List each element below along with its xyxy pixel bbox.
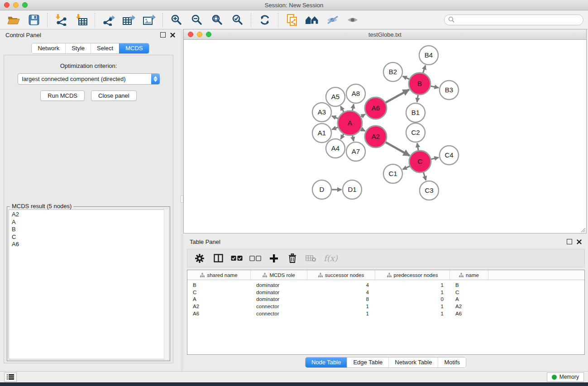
table-cell[interactable]: 1 (375, 304, 450, 309)
first-neighbors-icon[interactable] (303, 12, 321, 28)
table-cell[interactable]: 1 (375, 311, 450, 316)
node-B1[interactable]: B1 (406, 103, 425, 122)
tab-motifs[interactable]: Motifs (438, 357, 466, 367)
edge-C-C3[interactable] (423, 172, 426, 181)
memory-button[interactable]: Memory (547, 372, 584, 382)
table-cell[interactable]: 1 (375, 290, 450, 295)
tab-node-table[interactable]: Node Table (306, 357, 347, 367)
edge-A-A8[interactable] (352, 104, 354, 111)
node-A2[interactable]: A2 (365, 126, 387, 148)
criterion-dropdown[interactable]: largest connected component (directed) (18, 73, 160, 85)
edge-A-A3[interactable] (332, 116, 338, 118)
table-cell[interactable]: connector (251, 311, 307, 316)
table-cell[interactable]: 1 (307, 311, 375, 316)
table-cell[interactable]: B (450, 282, 488, 288)
node-C1[interactable]: C1 (383, 164, 402, 183)
node-B4[interactable]: B4 (419, 46, 438, 65)
column-header-name[interactable]: name (450, 270, 488, 280)
edge-C-C4[interactable] (431, 157, 439, 159)
column-header-MCDS-role[interactable]: MCDS role (251, 270, 307, 280)
table-row[interactable]: Bdominator41B (187, 281, 584, 289)
table-cell[interactable]: A2 (187, 304, 251, 309)
table-cell[interactable]: 1 (375, 282, 450, 288)
result-scrollbar[interactable] (164, 210, 168, 359)
edge-B-B2[interactable] (403, 76, 410, 79)
table-cell[interactable]: A (450, 296, 488, 302)
node-C3[interactable]: C3 (420, 181, 439, 200)
column-header-predecessor-nodes[interactable]: predecessor nodes (375, 270, 450, 280)
task-history-button[interactable] (4, 372, 17, 382)
import-network-icon[interactable] (52, 12, 70, 28)
close-window-button[interactable] (4, 2, 10, 8)
edge-B-B4[interactable] (423, 65, 425, 73)
result-item[interactable]: A (12, 219, 168, 226)
add-column-icon[interactable] (268, 252, 280, 265)
zoom-window-button[interactable] (22, 2, 28, 8)
table-cell[interactable]: A (187, 296, 251, 302)
zoom-out-icon[interactable] (188, 12, 206, 28)
zoom-fit-icon[interactable] (208, 12, 226, 28)
node-A5[interactable]: A5 (326, 87, 345, 106)
result-item[interactable]: A6 (12, 241, 168, 248)
mcds-result-list[interactable]: A2ABCA6 (9, 210, 168, 359)
node-B[interactable]: B (409, 73, 430, 95)
table-cell[interactable]: connector (251, 304, 307, 309)
zoom-selected-icon[interactable] (229, 12, 247, 28)
net-close-button[interactable] (188, 32, 193, 37)
node-A1[interactable]: A1 (312, 124, 331, 143)
table-cell[interactable]: 4 (307, 290, 375, 295)
table-row[interactable]: Cdominator41C (187, 289, 584, 296)
node-A3[interactable]: A3 (312, 103, 331, 122)
table-row[interactable]: A2connector11A2 (187, 303, 584, 310)
resize-grip-icon[interactable] (579, 226, 586, 233)
tab-mcds[interactable]: MCDS (119, 43, 148, 53)
node-C2[interactable]: C2 (406, 123, 425, 142)
edge-B-B1[interactable] (417, 95, 418, 102)
edge-B-B3[interactable] (430, 86, 439, 88)
edge-A-A2[interactable] (361, 129, 365, 131)
edge-C-C2[interactable] (417, 143, 419, 150)
refresh-icon[interactable] (256, 12, 274, 28)
table-cell[interactable]: dominator (251, 282, 307, 288)
close-panel-icon[interactable] (170, 33, 175, 38)
edge-A-A4[interactable] (341, 134, 344, 139)
net-zoom-button[interactable] (206, 32, 211, 37)
result-item[interactable]: B (12, 226, 168, 234)
edge-A-A7[interactable] (353, 135, 354, 141)
table-cell[interactable]: C (187, 290, 251, 295)
table-cell[interactable]: dominator (251, 296, 307, 302)
table-cell[interactable]: A2 (450, 304, 488, 309)
node-D1[interactable]: D1 (343, 180, 362, 199)
save-session-icon[interactable] (25, 12, 43, 28)
tab-network-table[interactable]: Network Table (388, 357, 438, 367)
tab-style[interactable]: Style (65, 43, 91, 53)
close-table-panel-icon[interactable] (577, 239, 582, 244)
net-minimize-button[interactable] (197, 32, 202, 37)
table-cell[interactable]: 4 (307, 282, 375, 288)
unselect-all-columns-icon[interactable] (249, 252, 261, 265)
float-panel-icon[interactable] (160, 32, 166, 38)
select-all-columns-icon[interactable] (231, 252, 243, 265)
export-network-icon[interactable] (100, 12, 118, 28)
network-frame-titlebar[interactable]: testGlobe.txt (184, 29, 586, 40)
table-cell[interactable]: 0 (375, 296, 450, 302)
edge-A6-B[interactable] (386, 90, 409, 103)
zoom-in-icon[interactable] (167, 12, 186, 28)
table-cell[interactable]: A6 (187, 311, 251, 316)
table-cell[interactable]: B (187, 282, 251, 288)
import-table-icon[interactable] (72, 12, 91, 28)
run-mcds-button[interactable]: Run MCDS (40, 91, 85, 101)
delete-columns-icon[interactable] (287, 252, 298, 265)
node-A7[interactable]: A7 (346, 142, 365, 161)
table-row[interactable]: Adominator80A (187, 296, 584, 303)
node-A8[interactable]: A8 (346, 84, 365, 103)
search-input[interactable] (444, 14, 583, 25)
table-cell[interactable]: C (450, 290, 488, 295)
node-B3[interactable]: B3 (440, 81, 459, 100)
network-from-file-icon[interactable] (283, 12, 301, 28)
network-canvas[interactable]: B4B2BB3A5A8A6B1A3AC2A1A2A4A7C4CC1C3DD1 (184, 40, 586, 233)
float-table-panel-icon[interactable] (567, 239, 572, 244)
close-panel-button[interactable]: Close panel (91, 91, 137, 101)
node-A[interactable]: A (338, 111, 362, 135)
hide-selected-icon[interactable] (324, 12, 342, 28)
